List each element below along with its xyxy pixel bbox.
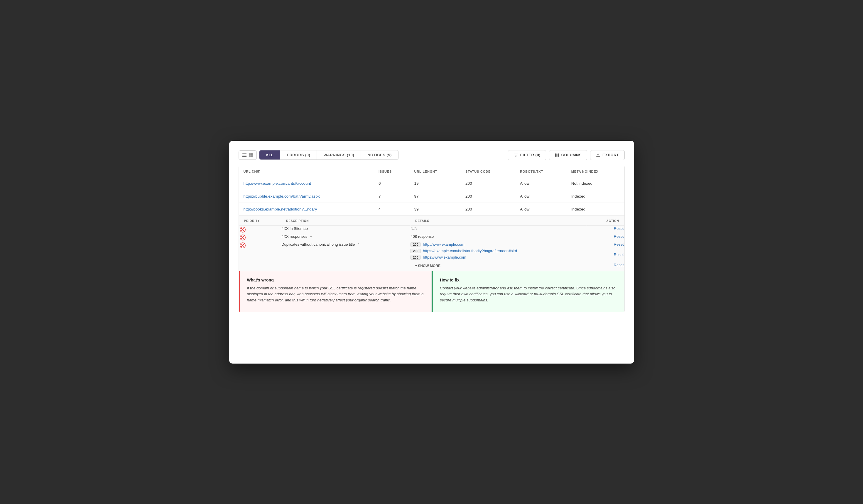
how-to-fix-title: How to fix	[440, 277, 617, 282]
table-row: http://books.example.net/addition?...nda…	[239, 203, 624, 216]
list-icon	[242, 153, 247, 158]
export-button[interactable]: EXPORT	[590, 150, 624, 160]
main-table-header: URL (345) ISSUES URL LENGHT STATUS CODE …	[239, 166, 624, 177]
tab-group: ALL ERRORS (0) WARNINGS (10) NOTICES (5)	[259, 150, 399, 160]
svg-rect-6	[251, 155, 253, 157]
svg-rect-2	[242, 156, 246, 157]
cell-status-code: 200	[461, 203, 515, 216]
sub-cell-description[interactable]: 4XX responses ▾	[282, 234, 410, 242]
col-url-length: URL LENGHT	[410, 166, 461, 177]
reset-link-3[interactable]: Reset	[614, 263, 624, 267]
tab-notices[interactable]: NOTICES (5)	[361, 151, 398, 159]
filter-button[interactable]: FILTER (0)	[508, 150, 546, 160]
detail-url-link[interactable]: https://example.com/bells/authority?bag=…	[423, 249, 517, 253]
status-badge: 200	[411, 242, 421, 247]
reset-link-2[interactable]: Reset	[614, 253, 624, 257]
expand-icon[interactable]: ▾	[310, 235, 312, 238]
toolbar-right: FILTER (0) COLUMNS EXPORT	[508, 150, 625, 160]
sub-col-priority: PRIORITY	[239, 216, 281, 226]
svg-rect-5	[249, 155, 250, 157]
whats-wrong-title: What's wrong	[247, 277, 425, 282]
url-link[interactable]: http://www.example.com/ants#account	[243, 181, 311, 185]
cell-url-length: 19	[410, 177, 461, 190]
detail-row-2: 200 https://example.com/bells/authority?…	[411, 249, 587, 253]
main-window: ALL ERRORS (0) WARNINGS (10) NOTICES (5)…	[229, 141, 634, 364]
url-link[interactable]: http://books.example.net/addition?...nda…	[243, 207, 317, 211]
tab-warnings[interactable]: WARNINGS (10)	[317, 151, 361, 159]
main-table-wrap: URL (345) ISSUES URL LENGHT STATUS CODE …	[239, 166, 625, 312]
filter-label: FILTER (0)	[520, 153, 540, 157]
sub-table-row: 4XX responses ▾ 408 response Reset	[239, 234, 624, 242]
cell-meta-noindex: Indexed	[567, 203, 624, 216]
cell-meta-noindex: Not indexed	[567, 177, 624, 190]
table-row: https://bubble.example.com/bath/army.asp…	[239, 190, 624, 203]
toolbar: ALL ERRORS (0) WARNINGS (10) NOTICES (5)…	[239, 150, 625, 160]
show-more-label: SHOW MORE	[418, 264, 440, 268]
cell-robots-txt: Allow	[515, 203, 567, 216]
info-panels: What's wrong If the domain or subdomain …	[239, 271, 624, 312]
svg-rect-4	[251, 153, 253, 155]
reset-link[interactable]: Reset	[614, 227, 624, 231]
svg-rect-8	[556, 153, 557, 157]
sub-cell-details: N/A	[411, 227, 587, 234]
whats-wrong-text: If the domain or subdomain name to which…	[247, 285, 425, 303]
reset-link[interactable]: Reset	[614, 234, 624, 239]
cell-url[interactable]: http://www.example.com/ants#account	[239, 177, 374, 190]
columns-label: COLUMNS	[561, 153, 581, 157]
tab-all[interactable]: ALL	[259, 151, 280, 159]
sub-table-row: 4XX in Sitemap N/A Reset	[239, 227, 624, 234]
reset-link-1[interactable]: Reset	[614, 242, 624, 247]
main-table: URL (345) ISSUES URL LENGHT STATUS CODE …	[239, 166, 624, 271]
description-label: Duplicates without canonical long issue …	[282, 242, 355, 247]
description-label: 4XX responses	[282, 234, 307, 239]
detail-url-link[interactable]: http://www.example.com	[423, 242, 464, 247]
sub-section-cell: PRIORITY DESCRIPTION DETAILS ACTION	[239, 216, 624, 271]
sub-cell-priority	[239, 227, 281, 234]
sub-cell-description: 4XX in Sitemap	[282, 227, 410, 234]
detail-url-link[interactable]: https://www.example.com	[423, 255, 466, 259]
filter-icon	[513, 153, 518, 157]
priority-error-icon	[239, 242, 246, 249]
cell-url-length: 39	[410, 203, 461, 216]
priority-error-icon	[239, 227, 246, 233]
export-label: EXPORT	[602, 153, 619, 157]
show-more-arrow: ▾	[415, 264, 417, 267]
columns-button[interactable]: COLUMNS	[549, 150, 587, 160]
detail-row-3: 200 https://www.example.com	[411, 255, 587, 260]
priority-error-icon	[239, 234, 246, 241]
col-status-code: STATUS CODE	[461, 166, 515, 177]
svg-rect-1	[242, 155, 246, 155]
hierarchy-icon	[248, 153, 253, 158]
sub-cell-details: 408 response	[411, 234, 587, 242]
col-url: URL (345)	[239, 166, 374, 177]
cell-url[interactable]: https://bubble.example.com/bath/army.asp…	[239, 190, 374, 203]
cell-robots-txt: Allow	[515, 177, 567, 190]
cell-url[interactable]: http://books.example.net/addition?...nda…	[239, 203, 374, 216]
sub-cell-priority	[239, 234, 281, 242]
url-link[interactable]: https://bubble.example.com/bath/army.asp…	[243, 194, 320, 198]
sub-table-row: Duplicates without canonical long issue …	[239, 242, 624, 270]
cell-status-code: 200	[461, 190, 515, 203]
how-to-fix-panel: How to fix Contact your website administ…	[432, 271, 624, 312]
cell-issues: 6	[374, 177, 410, 190]
sub-section-row: PRIORITY DESCRIPTION DETAILS ACTION	[239, 216, 624, 271]
tab-errors[interactable]: ERRORS (0)	[280, 151, 317, 159]
sub-cell-description[interactable]: Duplicates without canonical long issue …	[282, 242, 410, 270]
col-issues: ISSUES	[374, 166, 410, 177]
cell-issues: 7	[374, 190, 410, 203]
detail-row-1: 200 http://www.example.com	[411, 242, 587, 247]
sub-cell-action[interactable]: Reset	[587, 234, 624, 242]
whats-wrong-panel: What's wrong If the domain or subdomain …	[239, 271, 432, 312]
how-to-fix-text: Contact your website administrator and a…	[440, 285, 617, 303]
cell-meta-noindex: Indexed	[567, 190, 624, 203]
show-more-button[interactable]: ▾ SHOW MORE	[411, 261, 587, 270]
details-links: 200 http://www.example.com 200 https://e…	[411, 242, 587, 270]
sub-col-details: DETAILS	[411, 216, 587, 226]
sub-cell-action[interactable]: Reset	[587, 227, 624, 234]
collapse-icon[interactable]: ^	[358, 243, 359, 246]
cell-status-code: 200	[461, 177, 515, 190]
view-toggle-group[interactable]	[239, 151, 257, 160]
svg-rect-3	[249, 153, 250, 155]
col-meta-noindex: META NOINDEX	[567, 166, 624, 177]
sub-cell-action[interactable]: Reset Reset Reset	[587, 242, 624, 270]
